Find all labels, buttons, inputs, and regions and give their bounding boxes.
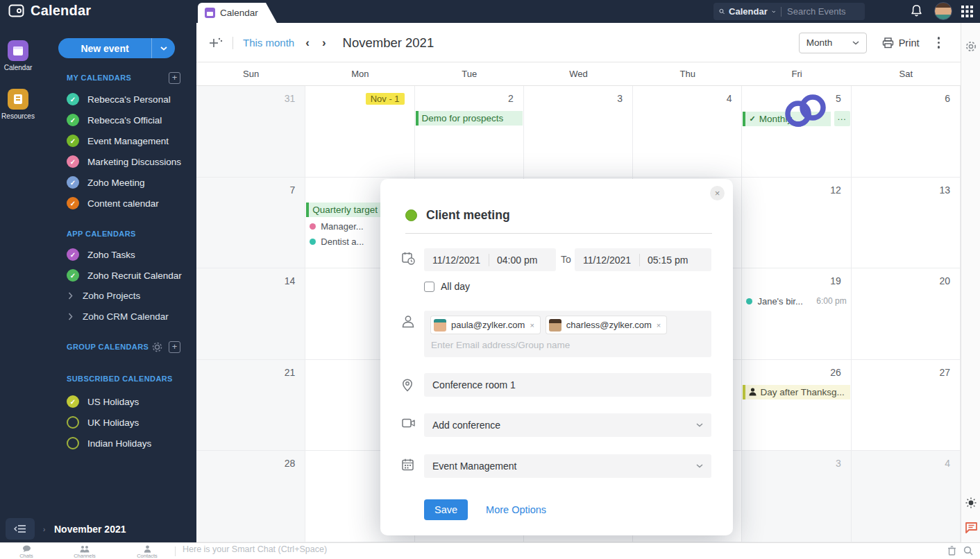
- search-scope-selector[interactable]: Calendar: [729, 6, 768, 17]
- checked-circle-icon[interactable]: ✓: [67, 269, 79, 282]
- checked-circle-icon[interactable]: ✓: [67, 176, 79, 189]
- start-time-value[interactable]: 04:00 pm: [489, 255, 545, 266]
- day-cell-dec-3[interactable]: 3: [742, 451, 851, 542]
- search-chat-icon[interactable]: [963, 546, 973, 556]
- event-demo-for-prospects[interactable]: Demo for prospects: [416, 111, 523, 126]
- search-bar[interactable]: Calendar: [713, 3, 865, 20]
- channels-shortcut[interactable]: Channels: [64, 545, 105, 559]
- add-calendar-button[interactable]: +: [169, 72, 180, 84]
- save-button[interactable]: Save: [424, 499, 468, 520]
- day-cell-nov-14[interactable]: 14: [196, 268, 305, 360]
- more-options-link[interactable]: More Options: [486, 504, 546, 515]
- attendee-chip[interactable]: charless@zylker.com ×: [546, 316, 666, 334]
- calendar-item-zoho-meeting[interactable]: ✓ Zoho Meeting: [67, 176, 145, 189]
- end-datetime-field[interactable]: 11/12/2021 05:15 pm: [575, 248, 711, 271]
- calendar-item-us-holidays[interactable]: ✓ US Holidays: [67, 395, 139, 408]
- calendar-select[interactable]: Event Management: [424, 454, 711, 478]
- day-cell-nov-6[interactable]: 6: [852, 86, 961, 178]
- all-day-checkbox[interactable]: [424, 282, 434, 292]
- search-input[interactable]: [787, 6, 859, 17]
- checked-circle-icon[interactable]: ✓: [67, 248, 79, 261]
- group-calendars-settings-icon[interactable]: [152, 342, 162, 352]
- event-janes-birthday[interactable]: Jane's bir... 6:00 pm: [742, 293, 850, 309]
- attendee-input-placeholder[interactable]: Enter Email address/Group name: [431, 340, 704, 350]
- calendar-item-marketing-discussions[interactable]: ✓ Marketing Discussions: [67, 155, 181, 168]
- calendar-item-zoho-recruit[interactable]: ✓ Zoho Recruit Calendar: [67, 269, 182, 282]
- rail-item-resources[interactable]: Resources: [0, 89, 36, 120]
- checked-circle-icon[interactable]: ✓: [67, 135, 79, 147]
- close-modal-button[interactable]: ×: [710, 186, 725, 200]
- day-cell-oct-31[interactable]: 31: [196, 86, 305, 178]
- calendar-item-uk-holidays[interactable]: UK Holidays: [67, 416, 139, 429]
- day-cell-nov-21[interactable]: 21: [196, 360, 305, 452]
- add-group-calendar-button[interactable]: +: [169, 341, 180, 353]
- print-button[interactable]: Print: [882, 37, 920, 49]
- quick-add-icon[interactable]: [209, 36, 223, 50]
- day-cell-nov-3[interactable]: 3: [524, 86, 633, 178]
- next-month-button[interactable]: ›: [321, 36, 328, 50]
- collapse-sidebar-button[interactable]: [6, 518, 35, 540]
- calendar-item-zoho-tasks[interactable]: ✓ Zoho Tasks: [67, 248, 135, 261]
- day-cell-nov-1[interactable]: Nov - 1: [305, 86, 414, 178]
- checked-circle-icon[interactable]: ✓: [67, 395, 79, 408]
- start-date-value[interactable]: 11/12/2021: [424, 255, 489, 266]
- calendar-link-zoho-crm[interactable]: Zoho CRM Calendar: [68, 311, 169, 322]
- calendar-color-dot[interactable]: [405, 209, 417, 221]
- day-cell-nov-26[interactable]: 26 Day after Thanksg...: [742, 360, 851, 452]
- calendar-item-rebeccas-personal[interactable]: ✓ Rebecca's Personal: [67, 93, 171, 105]
- day-cell-nov-12[interactable]: 12: [742, 178, 851, 269]
- conference-select[interactable]: Add conference: [424, 413, 711, 437]
- calendar-item-content-calendar[interactable]: ✓ Content calendar: [67, 197, 159, 209]
- app-grid-icon[interactable]: [961, 6, 973, 17]
- attendees-field[interactable]: paula@zylker.com × charless@zylker.com ×…: [424, 311, 711, 357]
- more-events-badge[interactable]: ...: [834, 111, 850, 126]
- user-avatar[interactable]: [934, 2, 952, 20]
- start-datetime-field[interactable]: 11/12/2021 04:00 pm: [424, 248, 556, 271]
- attendee-chip[interactable]: paula@zylker.com ×: [431, 316, 540, 334]
- contacts-shortcut[interactable]: Contacts: [126, 545, 168, 559]
- day-cell-nov-28[interactable]: 28: [196, 451, 305, 542]
- this-month-button[interactable]: This month: [243, 37, 294, 49]
- previous-month-button[interactable]: ‹: [304, 36, 311, 50]
- day-cell-nov-7[interactable]: 7: [196, 178, 305, 269]
- unchecked-circle-icon[interactable]: [67, 416, 79, 429]
- day-cell-nov-19[interactable]: 19 Jane's bir... 6:00 pm: [742, 268, 851, 360]
- day-cell-nov-27[interactable]: 27: [852, 360, 961, 452]
- remove-attendee-icon[interactable]: ×: [530, 321, 534, 329]
- day-cell-nov-13[interactable]: 13: [852, 178, 961, 269]
- checked-circle-icon[interactable]: ✓: [67, 114, 79, 126]
- checked-circle-icon[interactable]: ✓: [67, 155, 79, 168]
- notifications-bell-icon[interactable]: [911, 4, 922, 17]
- feedback-chat-icon[interactable]: [965, 522, 977, 533]
- mini-calendar-month-label[interactable]: November 2021: [54, 524, 126, 535]
- unchecked-circle-icon[interactable]: [67, 437, 79, 449]
- calendar-item-event-management[interactable]: ✓ Event Management: [67, 135, 169, 147]
- day-cell-dec-4[interactable]: 4: [852, 451, 961, 542]
- mini-calendar-expander-icon[interactable]: ›: [43, 526, 45, 533]
- view-select[interactable]: Month: [799, 33, 867, 53]
- night-mode-icon[interactable]: [965, 497, 977, 508]
- calendar-link-zoho-projects[interactable]: Zoho Projects: [68, 291, 140, 301]
- day-cell-nov-2[interactable]: 2 Demo for prospects: [415, 86, 524, 178]
- checked-circle-icon[interactable]: ✓: [67, 197, 79, 209]
- day-cell-nov-20[interactable]: 20: [852, 268, 961, 360]
- day-cell-nov-4[interactable]: 4: [633, 86, 742, 178]
- checked-circle-icon[interactable]: ✓: [67, 93, 79, 105]
- event-title[interactable]: Client meeting: [426, 208, 510, 223]
- calendar-item-indian-holidays[interactable]: Indian Holidays: [67, 437, 151, 449]
- calendar-item-rebeccas-official[interactable]: ✓ Rebecca's Official: [67, 114, 162, 126]
- end-time-value[interactable]: 05:15 pm: [640, 255, 695, 266]
- settings-gear-icon[interactable]: [965, 41, 977, 52]
- new-event-button[interactable]: New event: [58, 38, 175, 58]
- new-event-dropdown[interactable]: [151, 38, 175, 58]
- chats-shortcut[interactable]: Chats: [6, 545, 47, 559]
- smart-chat-input[interactable]: [183, 544, 571, 554]
- more-options-menu-icon[interactable]: [935, 35, 943, 50]
- remove-attendee-icon[interactable]: ×: [657, 321, 661, 329]
- tab-calendar[interactable]: Calendar: [198, 3, 277, 23]
- event-day-after-thanksgiving[interactable]: Day after Thanksg...: [743, 385, 850, 399]
- location-field[interactable]: Conference room 1: [424, 373, 711, 397]
- end-date-value[interactable]: 11/12/2021: [575, 255, 639, 266]
- rail-item-calendar[interactable]: Calendar: [0, 40, 36, 71]
- all-day-toggle[interactable]: All day: [424, 281, 470, 292]
